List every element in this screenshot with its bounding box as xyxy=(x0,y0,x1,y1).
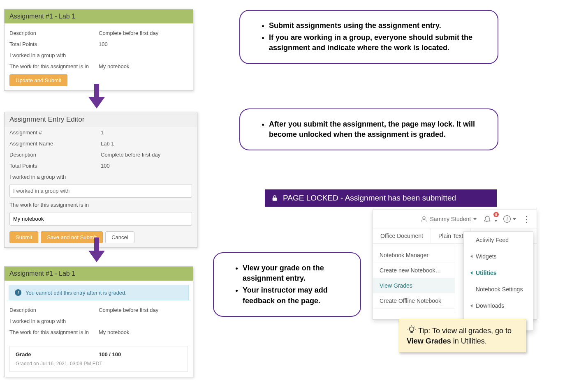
dropdown-menu: Activity Feed Widgets Utilities Notebook… xyxy=(463,231,533,331)
editor-title: Assignment Entry Editor xyxy=(5,112,197,127)
person-icon xyxy=(420,215,428,223)
grade-value: 100 / 100 xyxy=(99,351,182,357)
group-input[interactable] xyxy=(9,184,192,198)
chevron-left-icon xyxy=(470,304,472,307)
callout-grade: View your grade on the assignment entry.… xyxy=(213,252,361,317)
points-value: 100 xyxy=(99,41,188,47)
menu-notebook-manager[interactable]: Notebook Manager xyxy=(373,248,455,263)
table-row: Assignment # 1 xyxy=(5,127,197,138)
work-label: The work for this assignment is in xyxy=(9,329,99,335)
name-value: Lab 1 xyxy=(101,141,192,147)
dropdown-downloads[interactable]: Downloads xyxy=(464,297,533,314)
name-label: Assignment Name xyxy=(9,141,101,147)
callout-text: If you are working in a group, everyone … xyxy=(269,32,485,53)
table-row: Description Complete before first day xyxy=(9,28,188,39)
tab-office-document[interactable]: Office Document xyxy=(373,228,431,243)
sidebar-menu: Notebook Manager Create new Notebook… Vi… xyxy=(373,244,455,313)
group-label: I worked in a group with xyxy=(9,52,99,58)
info-banner: i You cannot edit this entry after it is… xyxy=(9,285,189,300)
grade-date: Graded on Jul 16, 2021, 03:09 PM EDT xyxy=(16,361,182,367)
chevron-down-icon xyxy=(494,220,498,222)
tip-text-suffix: in Utilities. xyxy=(451,337,487,345)
info-text: You cannot edit this entry after it is g… xyxy=(25,290,127,296)
description-label: Description xyxy=(9,30,99,36)
menu-view-grades[interactable]: View Grades xyxy=(373,278,455,293)
panel-body: Description Complete before first day To… xyxy=(5,23,193,90)
work-value: My notebook xyxy=(99,329,188,335)
notifications-button[interactable]: 9 xyxy=(483,214,496,224)
number-value: 1 xyxy=(101,129,192,136)
description-value: Complete before first day xyxy=(99,307,188,313)
panel-title: Assignment #1 - Lab 1 xyxy=(5,9,193,23)
svg-point-0 xyxy=(423,217,425,219)
table-row: I worked in a group with xyxy=(9,50,188,61)
info-button[interactable]: i xyxy=(503,215,516,223)
menu-create-offline[interactable]: Create Offline Notebook xyxy=(373,293,455,309)
work-value: My notebook xyxy=(99,63,188,69)
table-row: The work for this assignment is in My no… xyxy=(9,327,188,338)
update-submit-button[interactable]: Update and Submit xyxy=(9,74,67,86)
table-row: The work for this assignment is in My no… xyxy=(9,61,188,72)
grade-label: Grade xyxy=(16,351,99,357)
work-label: The work for this assignment is in xyxy=(9,63,99,69)
submit-button[interactable]: Submit xyxy=(9,231,38,243)
tip-text-prefix: Tip: To view all grades, go to xyxy=(418,327,512,335)
work-input[interactable] xyxy=(9,212,192,226)
grade-row: Grade 100 / 100 xyxy=(16,351,182,357)
menu-create-notebook[interactable]: Create new Notebook… xyxy=(373,263,455,278)
info-icon: i xyxy=(503,215,511,223)
app-body: Notebook Manager Create new Notebook… Vi… xyxy=(373,244,537,313)
lock-icon xyxy=(271,195,278,201)
table-row: Description Complete before first day xyxy=(5,149,197,160)
table-row: Description Complete before first day xyxy=(9,304,188,316)
more-menu-button[interactable]: ⋮ xyxy=(523,214,531,224)
chevron-down-icon xyxy=(473,218,477,220)
editor-body: Assignment # 1 Assignment Name Lab 1 Des… xyxy=(5,127,197,247)
lightbulb-icon xyxy=(407,325,417,335)
chevron-down-icon xyxy=(513,218,516,220)
callout-lock: After you submit the assignment, the pag… xyxy=(239,108,498,150)
app-screenshot: Sammy Student 9 i ⋮ Office Document Plai… xyxy=(373,210,537,320)
table-row: Total Points 100 xyxy=(9,39,188,50)
dropdown-activity-feed[interactable]: Activity Feed xyxy=(464,232,533,248)
chevron-left-icon xyxy=(470,271,472,274)
panel-body: Description Complete before first day I … xyxy=(5,304,193,342)
tip-box: Tip: To view all grades, go to View Grad… xyxy=(399,319,526,353)
points-label: Total Points xyxy=(9,163,101,169)
description-value: Complete before first day xyxy=(99,30,188,36)
assignment-panel-graded: Assignment #1 - Lab 1 i You cannot edit … xyxy=(4,266,193,377)
table-row: Total Points 100 xyxy=(5,160,197,171)
callout-text: After you submit the assignment, the pag… xyxy=(269,119,485,140)
assignment-panel-initial: Assignment #1 - Lab 1 Description Comple… xyxy=(4,9,193,91)
svg-text:i: i xyxy=(506,217,507,222)
callout-submit: Submit assignments using the assignment … xyxy=(239,10,498,64)
table-row: I worked in a group with xyxy=(9,316,188,327)
number-label: Assignment # xyxy=(9,129,101,136)
callout-text: Submit assignments using the assignment … xyxy=(269,21,485,31)
panel-title: Assignment #1 - Lab 1 xyxy=(5,267,193,281)
group-label: I worked in a group with xyxy=(5,171,197,182)
info-icon: i xyxy=(15,289,21,296)
svg-point-3 xyxy=(410,327,414,332)
points-value: 100 xyxy=(101,163,192,169)
grade-box: Grade 100 / 100 Graded on Jul 16, 2021, … xyxy=(9,346,188,372)
cancel-button[interactable]: Cancel xyxy=(105,231,134,243)
table-row: Assignment Name Lab 1 xyxy=(5,138,197,149)
description-label: Description xyxy=(9,152,101,158)
dropdown-utilities[interactable]: Utilities xyxy=(464,265,533,281)
description-label: Description xyxy=(9,307,99,313)
page-locked-banner: PAGE LOCKED - Assignment has been submit… xyxy=(265,189,497,207)
chevron-left-icon xyxy=(470,255,472,258)
work-label: The work for this assignment is in xyxy=(5,199,197,210)
tip-text-bold: View Grades xyxy=(407,337,451,345)
arrow-down-icon xyxy=(88,238,105,262)
description-value: Complete before first day xyxy=(101,152,192,158)
user-name: Sammy Student xyxy=(430,216,471,222)
bell-icon xyxy=(483,214,491,223)
dropdown-notebook-settings[interactable]: Notebook Settings xyxy=(464,281,533,297)
user-menu[interactable]: Sammy Student xyxy=(420,215,477,223)
group-label: I worked in a group with xyxy=(9,318,99,324)
assignment-entry-editor: Assignment Entry Editor Assignment # 1 A… xyxy=(4,112,197,248)
dropdown-widgets[interactable]: Widgets xyxy=(464,248,533,265)
app-topbar: Sammy Student 9 i ⋮ xyxy=(373,210,537,228)
